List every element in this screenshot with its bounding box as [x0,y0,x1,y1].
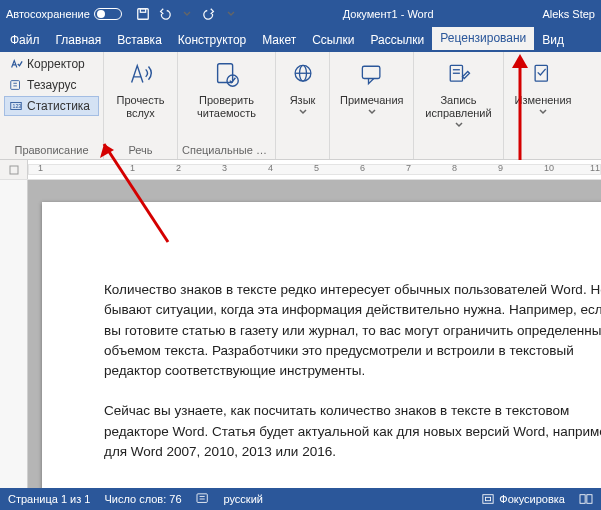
svg-text:123: 123 [13,103,22,109]
ruler-tick: 5 [314,163,319,173]
status-language[interactable]: русский [224,493,263,505]
status-word-count[interactable]: Число слов: 76 [104,493,181,505]
group-tracking: Запись исправлений [414,52,504,159]
group-accessibility-label: Специальные во... [182,142,271,159]
check-accessibility-label: Проверить читаемость [197,94,256,120]
corrector-label: Корректор [27,57,85,71]
changes-label: Изменения [515,94,572,107]
svg-rect-1 [140,9,145,13]
view-read-mode-icon[interactable] [579,493,593,505]
language-icon [289,58,317,92]
redo-icon[interactable] [200,5,218,23]
ruler-tick: 4 [268,163,273,173]
document-workspace: Количество знаков в тексте редко интерес… [0,180,601,488]
group-language: Язык [276,52,330,159]
svg-rect-17 [10,166,18,174]
ruler-tick: 10 [544,163,554,173]
ruler-tick: 6 [360,163,365,173]
tab-3[interactable]: Конструктор [170,29,254,52]
ruler-tick: 11 [590,163,600,173]
read-aloud-button[interactable]: Прочесть вслух [108,54,173,120]
ribbon-tabs: ФайлГлавнаяВставкаКонструкторМакетСсылки… [0,28,601,52]
thesaurus-button[interactable]: Тезаурус [4,75,99,95]
tab-5[interactable]: Ссылки [304,29,362,52]
corrector-button[interactable]: Корректор [4,54,99,74]
ribbon: Корректор Тезаурус 123 Статистика Правоп… [0,52,601,160]
changes-icon [529,58,557,92]
svg-rect-2 [11,81,20,90]
svg-rect-7 [217,64,232,83]
status-proofing-icon[interactable] [196,493,210,505]
page[interactable]: Количество знаков в тексте редко интерес… [42,202,601,488]
group-changes: Изменения [504,52,582,159]
status-page[interactable]: Страница 1 из 1 [8,493,90,505]
svg-rect-0 [138,9,149,20]
quick-access-dropdown-icon[interactable] [222,5,240,23]
read-aloud-label: Прочесть вслух [116,94,164,120]
track-changes-label: Запись исправлений [425,94,491,120]
track-changes-icon [445,58,473,92]
group-accessibility: Проверить читаемость Специальные во... [178,52,276,159]
read-aloud-icon [126,58,156,92]
check-accessibility-button[interactable]: Проверить читаемость [182,54,271,120]
language-button[interactable]: Язык [280,54,325,115]
autosave-toggle[interactable] [94,8,122,20]
chevron-down-icon [539,109,547,115]
statistics-label: Статистика [27,99,90,113]
thesaurus-label: Тезаурус [27,78,76,92]
tab-1[interactable]: Главная [48,29,110,52]
svg-rect-12 [362,66,380,78]
ruler-tick: 1 [130,163,135,173]
tab-0[interactable]: Файл [2,29,48,52]
ruler-tick: 2 [176,163,181,173]
undo-dropdown-icon[interactable] [178,5,196,23]
paragraph[interactable]: Количество знаков в тексте редко интерес… [104,280,601,381]
accessibility-icon [212,58,242,92]
svg-rect-24 [587,495,592,504]
group-speech: Прочесть вслух Речь [104,52,178,159]
group-proofing: Корректор Тезаурус 123 Статистика Правоп… [0,52,104,159]
group-speech-label: Речь [108,142,173,159]
tab-6[interactable]: Рассылки [362,29,432,52]
language-label: Язык [290,94,316,107]
tab-4[interactable]: Макет [254,29,304,52]
chevron-down-icon [299,109,307,115]
ruler-corner [0,160,28,179]
group-proofing-label: Правописание [4,142,99,159]
ruler-tick: 7 [406,163,411,173]
ruler-tick: 3 [222,163,227,173]
comments-button[interactable]: Примечания [334,54,410,115]
svg-rect-18 [197,494,207,503]
chevron-down-icon [368,109,376,115]
autosave-label: Автосохранение [6,8,90,20]
document-title: Документ1 - Word [242,8,535,20]
track-changes-button[interactable]: Запись исправлений [418,54,499,128]
tab-7[interactable]: Рецензировани [432,27,534,52]
ruler-tick: 8 [452,163,457,173]
status-bar: Страница 1 из 1 Число слов: 76 русский Ф… [0,488,601,510]
tab-8[interactable]: Вид [534,29,572,52]
document-scroll[interactable]: Количество знаков в тексте редко интерес… [28,180,601,488]
comment-icon [358,58,386,92]
changes-button[interactable]: Изменения [508,54,578,115]
group-comments: Примечания [330,52,414,159]
statistics-button[interactable]: 123 Статистика [4,96,99,116]
undo-icon[interactable] [156,5,174,23]
user-name[interactable]: Aleks Step [542,8,595,20]
comments-label: Примечания [340,94,404,107]
status-focus-label: Фокусировка [499,493,565,505]
title-bar: Автосохранение Документ1 - Word Aleks St… [0,0,601,28]
svg-rect-23 [580,495,585,504]
ruler-tick: 9 [498,163,503,173]
status-focus-mode[interactable]: Фокусировка [481,493,565,505]
tab-2[interactable]: Вставка [109,29,170,52]
vertical-ruler[interactable] [0,180,28,488]
ruler-tick: 1 [38,163,43,173]
horizontal-ruler[interactable]: 1123456789101112 [0,160,601,180]
chevron-down-icon [455,122,463,128]
save-icon[interactable] [134,5,152,23]
svg-rect-22 [486,497,491,500]
paragraph[interactable]: Сейчас вы узнаете, как посчитать количес… [104,401,601,462]
svg-rect-21 [483,495,493,504]
